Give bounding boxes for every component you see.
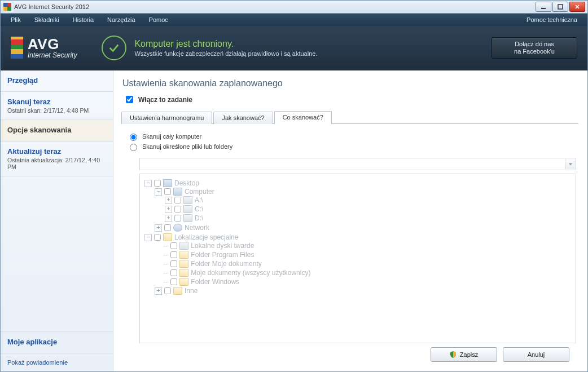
- tree-node-drive-c[interactable]: + C:\: [165, 205, 572, 213]
- tree-label-computer: Computer: [185, 188, 214, 196]
- tree-check-desktop[interactable]: [154, 180, 161, 187]
- main-panel: Ustawienia skanowania zaplanowanego Włąc…: [113, 70, 587, 371]
- enable-task-label: Włącz to zadanie: [138, 96, 192, 104]
- sidebar-item-scan-now[interactable]: Skanuj teraz Ostatni skan: 2/17/12, 4:48…: [1, 92, 113, 120]
- sidebar-update-now-title: Aktualizuj teraz: [7, 147, 106, 156]
- svg-rect-1: [7, 3, 11, 7]
- tree-label-network: Network: [185, 224, 209, 232]
- sidebar: Przegląd Skanuj teraz Ostatni skan: 2/17…: [1, 70, 113, 371]
- tree-toggle-other[interactable]: +: [155, 287, 162, 295]
- menu-components[interactable]: Składniki: [28, 15, 66, 24]
- tab-what-to-scan[interactable]: Co skanować?: [274, 111, 332, 124]
- menu-tech-support[interactable]: Pomoc techniczna: [520, 15, 584, 24]
- footer: Zapisz Anuluj: [121, 343, 578, 366]
- cancel-button-label: Anuluj: [528, 351, 545, 358]
- tree-node-drive-a[interactable]: + A:\: [165, 196, 572, 204]
- combo-dropdown-button[interactable]: [565, 159, 576, 169]
- tree-check-program-files[interactable]: [170, 251, 177, 258]
- sidebar-my-apps-title: Moje aplikacje: [7, 338, 106, 346]
- tree-check-special[interactable]: [154, 234, 161, 241]
- tree-toggle-computer[interactable]: −: [155, 188, 162, 196]
- tree-check-windows[interactable]: [170, 278, 177, 285]
- tree-toggle-drive-a[interactable]: +: [165, 197, 172, 204]
- tree-toggle-drive-d[interactable]: +: [165, 215, 172, 222]
- tree-label-my-docs: Folder Moje dokumenty: [191, 260, 261, 268]
- svg-rect-3: [7, 7, 11, 11]
- tab-schedule[interactable]: Ustawienia harmonogramu: [121, 112, 212, 124]
- status-header: AVG Internet Security Komputer jest chro…: [1, 26, 587, 70]
- tree-node-windows[interactable]: ···· Folder Windows: [155, 278, 572, 286]
- save-button-label: Zapisz: [460, 351, 478, 358]
- sidebar-show-notification[interactable]: Pokaż powiadomienie: [1, 353, 113, 371]
- sidebar-item-update-now[interactable]: Aktualizuj teraz Ostatnia aktualizacja: …: [1, 141, 113, 176]
- tree-node-my-docs-all[interactable]: ···· Moje dokumenty (wszyscy użytkownicy…: [155, 269, 572, 277]
- radio-scan-selected[interactable]: [130, 144, 137, 151]
- tree-node-my-docs[interactable]: ···· Folder Moje dokumenty: [155, 260, 572, 268]
- drive-icon: [183, 214, 192, 222]
- tree-node-computer[interactable]: − Computer: [155, 188, 572, 196]
- sidebar-item-my-apps[interactable]: Moje aplikacje: [1, 331, 113, 353]
- tree-node-program-files[interactable]: ···· Folder Program Files: [155, 251, 572, 259]
- facebook-line1: Dołącz do nas: [515, 41, 554, 48]
- window-title: AVG Internet Security 2012: [14, 3, 536, 10]
- shield-icon: [450, 351, 457, 358]
- minimize-button[interactable]: [536, 2, 551, 12]
- tree-check-drive-c[interactable]: [174, 206, 181, 212]
- radio-scan-whole-label: Skanuj cały komputer: [142, 133, 201, 140]
- tree-check-computer[interactable]: [164, 188, 171, 195]
- menu-help[interactable]: Pomoc: [142, 15, 175, 24]
- tree-node-desktop[interactable]: − Desktop: [144, 179, 572, 187]
- radio-scan-whole-computer[interactable]: [130, 134, 137, 141]
- enable-task-checkbox[interactable]: [126, 96, 133, 103]
- tree-node-local-hdd[interactable]: ···· Lokalne dyski twarde: [155, 242, 572, 250]
- menu-file[interactable]: Plik: [4, 15, 28, 24]
- desktop-icon: [163, 179, 172, 187]
- folder-icon: [179, 269, 188, 277]
- sidebar-item-overview[interactable]: Przegląd: [1, 70, 113, 92]
- tree-toggle-desktop[interactable]: −: [144, 180, 152, 187]
- tree-toggle-drive-c[interactable]: +: [165, 206, 172, 213]
- tree-check-my-docs-all[interactable]: [170, 269, 177, 276]
- maximize-button[interactable]: [552, 2, 568, 12]
- tree-label-windows: Folder Windows: [191, 278, 239, 286]
- menu-tools[interactable]: Narzędzia: [100, 15, 142, 24]
- tree-check-drive-a[interactable]: [174, 197, 181, 203]
- close-button[interactable]: [569, 2, 585, 12]
- tree-check-other[interactable]: [164, 287, 171, 294]
- tree-label-my-docs-all: Moje dokumenty (wszyscy użytkownicy): [191, 269, 310, 277]
- save-button[interactable]: Zapisz: [431, 347, 497, 362]
- tree-node-special[interactable]: − Lokalizacje specjalne: [144, 233, 572, 241]
- facebook-button[interactable]: Dołącz do nas na Facebook'u: [492, 37, 577, 59]
- sidebar-overview-title: Przegląd: [7, 76, 106, 85]
- tree-toggle-network[interactable]: +: [155, 224, 162, 232]
- tab-how-to-scan[interactable]: Jak skanować?: [213, 112, 273, 124]
- titlebar: AVG Internet Security 2012: [1, 1, 587, 14]
- tree-check-drive-d[interactable]: [174, 215, 181, 222]
- folder-icon: [163, 233, 172, 241]
- tree-toggle-special[interactable]: −: [144, 234, 152, 241]
- brand-name: AVG: [28, 37, 77, 52]
- tree-node-other[interactable]: + Inne: [155, 287, 572, 295]
- folder-icon: [179, 251, 188, 259]
- drive-icon: [183, 196, 192, 204]
- sidebar-scan-options-title: Opcje skanowania: [7, 126, 106, 134]
- sidebar-item-scan-options[interactable]: Opcje skanowania: [1, 120, 113, 141]
- drive-icon: [179, 242, 188, 250]
- enable-task-row: Włącz to zadanie: [124, 94, 578, 105]
- cancel-button[interactable]: Anuluj: [503, 347, 569, 362]
- sidebar-scan-now-title: Skanuj teraz: [7, 98, 106, 106]
- tree-check-my-docs[interactable]: [170, 260, 177, 267]
- tree-check-local-hdd[interactable]: [170, 242, 177, 249]
- path-combo[interactable]: [139, 158, 576, 170]
- svg-rect-5: [558, 5, 563, 9]
- tree-label-drive-a: A:\: [195, 196, 203, 204]
- tree-node-drive-d[interactable]: + D:\: [165, 214, 572, 222]
- tree-label-other: Inne: [185, 287, 198, 295]
- tree-label-desktop: Desktop: [174, 179, 199, 187]
- tree-node-network[interactable]: + Network: [155, 224, 572, 232]
- menu-history[interactable]: Historia: [66, 15, 100, 24]
- tree-label-drive-c: C:\: [195, 205, 203, 213]
- drive-icon: [183, 205, 192, 213]
- svg-rect-2: [3, 7, 7, 11]
- tree-check-network[interactable]: [164, 224, 171, 231]
